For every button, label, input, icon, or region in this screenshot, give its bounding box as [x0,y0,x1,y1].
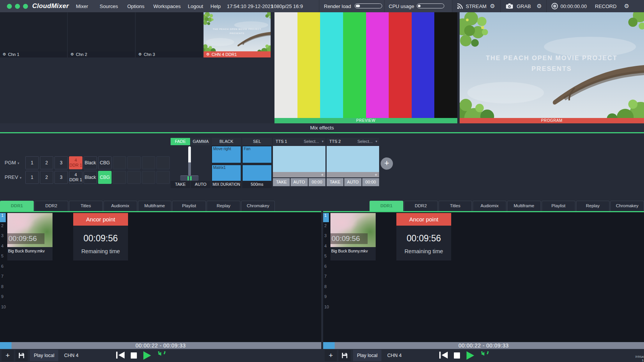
channel-2[interactable]: ⚙ Chn 2 [68,12,135,57]
stop-icon[interactable] [454,352,460,359]
menu-mixer[interactable]: Mixer [76,3,88,9]
tab-replay[interactable]: Replay [576,201,610,211]
save-playlist-button[interactable] [15,350,28,361]
stop-icon[interactable] [131,352,137,359]
tts1-take-button[interactable]: TAKE [273,178,290,186]
menu-workspaces[interactable]: Workspaces [153,3,181,9]
clip-big-buck-bunny[interactable]: 00:09:56 Big Buck Bunny.mkv [330,213,376,260]
play-local-button[interactable]: Play local [353,350,381,361]
channel-3-label[interactable]: ⚙ Chn 3 [136,51,203,57]
stream-button[interactable]: STREAM [466,3,486,9]
tab-black[interactable]: BLACK [212,138,241,145]
prev-bus-label[interactable]: PREV▾ [5,174,21,180]
tab-ddr2[interactable]: DDR2 [34,201,68,211]
tab-titles[interactable]: Titles [439,201,472,211]
prev-input-3[interactable]: 3 [54,171,68,184]
menu-help[interactable]: Help [210,3,221,9]
playlist-row[interactable]: 2 [0,223,6,234]
channel-gear-icon[interactable]: ⚙ [3,51,6,57]
stream-settings-gear-icon[interactable]: ⚙ [490,3,495,10]
transition-matrix1[interactable]: Matrix1 [212,165,241,182]
playlist-row[interactable]: 2 [323,223,329,234]
pgm-input-2[interactable]: 2 [40,156,53,169]
tts1-auto-button[interactable]: AUTO [291,178,307,186]
menu-logout[interactable]: Logout [188,3,203,9]
transition-fan[interactable]: Fan [242,146,272,163]
playlist-row[interactable]: 4 [323,244,329,254]
tab-ddr1-active[interactable]: DDR1 [0,201,34,211]
channel-1-thumbnail[interactable] [0,12,67,51]
tab-playlist[interactable]: Playlist [172,201,206,211]
anchor-point-button[interactable]: Ancor point [396,213,451,226]
tts1-select-dropdown[interactable]: Select... [304,138,319,145]
channel-3[interactable]: ⚙ Chn 3 [136,12,203,57]
anchor-point-button[interactable]: Ancor point [73,213,128,226]
channel-gear-icon[interactable]: ⚙ [206,51,210,57]
pgm-input-empty[interactable] [113,156,126,169]
output-channel-selector[interactable]: CHN 4 [384,350,405,361]
tts2-take-button[interactable]: TAKE [327,178,343,186]
playlist-row[interactable]: 9 [323,294,329,305]
prev-input-cbg-active[interactable]: CBG [98,171,112,184]
playlist-row-1-selected[interactable]: 1 [0,213,6,222]
pgm-input-cbg[interactable]: CBG [98,156,112,169]
take-button[interactable]: TAKE [171,181,190,188]
add-clip-button[interactable]: + [325,350,337,361]
tab-multiframe[interactable]: Multiframe [138,201,172,211]
tts2-add-button[interactable]: + [375,172,377,177]
playlist-row[interactable]: 8 [323,284,329,295]
play-icon[interactable] [467,351,474,360]
tab-gamma[interactable]: GAMMA [191,138,210,145]
pgm-bus-label[interactable]: PGM▾ [5,160,19,165]
playlist-row[interactable]: 10 [323,305,329,315]
tts2-select-dropdown[interactable]: Select... [357,138,373,145]
record-button[interactable]: RECORD [595,3,616,9]
tab-titles[interactable]: Titles [69,201,103,211]
pgm-input-1[interactable]: 1 [25,156,39,169]
playlist-row[interactable]: 6 [0,264,6,274]
tab-sel[interactable]: SEL [242,138,272,145]
channel-1-label[interactable]: ⚙ Chn 1 [0,51,67,57]
grab-settings-gear-icon[interactable]: ⚙ [537,3,542,10]
play-local-button[interactable]: Play local [30,350,58,361]
pgm-input-3[interactable]: 3 [54,156,68,169]
playlist-row[interactable]: 4 [0,244,6,254]
tab-replay[interactable]: Replay [207,201,240,211]
playlist-row[interactable]: 7 [323,274,329,284]
channel-1[interactable]: ⚙ Chn 1 [0,12,67,57]
playlist-row[interactable]: 3 [323,233,329,244]
channel-3-thumbnail[interactable] [136,12,203,51]
tab-playlist[interactable]: Playlist [542,201,575,211]
tab-ddr2[interactable]: DDR2 [404,201,438,211]
record-circle-icon[interactable] [551,3,558,10]
auto-button[interactable]: AUTO [191,181,210,188]
tab-audiomix[interactable]: Audiomix [473,201,506,211]
grab-button[interactable]: GRAB [517,3,531,9]
record-settings-gear-icon[interactable]: ⚙ [624,3,629,10]
tab-multiframe[interactable]: Multiframe [507,201,541,211]
prev-input-black[interactable]: Black [84,171,97,184]
pgm-input-black[interactable]: Black [84,156,97,169]
pgm-input-empty[interactable] [142,156,155,169]
tts2-auto-button[interactable]: AUTO [344,178,361,186]
transition-fader-handle[interactable] [180,175,199,181]
transition-move-right[interactable]: Move right [212,146,241,163]
channel-2-label[interactable]: ⚙ Chn 2 [68,51,135,57]
tab-fade-active[interactable]: FADE [171,138,190,145]
channel-gear-icon[interactable]: ⚙ [138,51,142,57]
playlist-row[interactable]: 6 [323,264,329,274]
mix-duration-value[interactable]: 500ms [242,181,272,188]
channel-4-label-active[interactable]: ⚙ CHN 4 DDR1 [204,51,271,57]
add-module-button[interactable]: + [381,157,393,170]
prev-input-4-ddr1[interactable]: 4DDR 1 [69,171,82,184]
skip-to-start-icon[interactable] [116,352,125,359]
tts1-add-button[interactable]: + [321,172,324,177]
prev-input-empty[interactable] [156,171,170,184]
prev-input-2[interactable]: 2 [40,171,53,184]
play-icon[interactable] [143,351,151,360]
pgm-input-4-ddr1-active[interactable]: 4DDR 1 [69,156,82,169]
transition-blank[interactable] [242,165,272,182]
tab-ddr1-active[interactable]: DDR1 [370,201,403,211]
save-playlist-button[interactable] [338,350,351,361]
menu-options[interactable]: Options [127,3,145,9]
